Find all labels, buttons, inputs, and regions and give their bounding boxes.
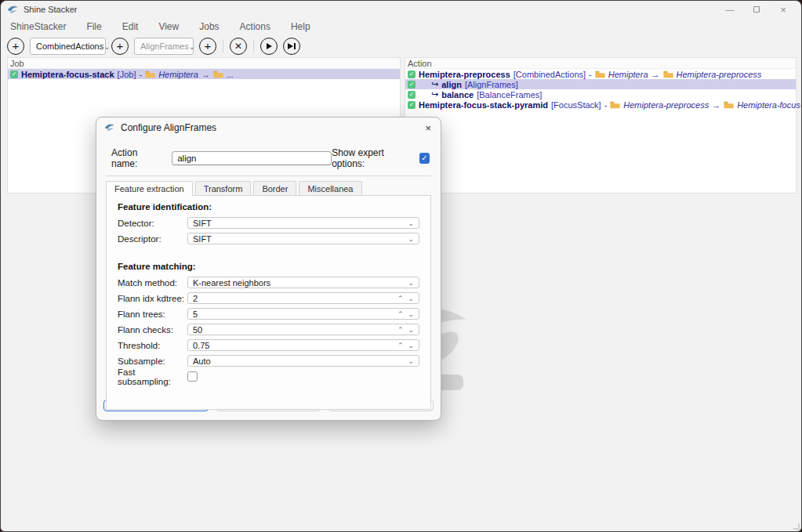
- chevron-up-icon[interactable]: ⌃: [397, 295, 404, 302]
- toolbar: + CombinedActions ⌄ + AlignFrames ⌄ + ✕: [1, 35, 801, 57]
- feature-extraction-panel: Feature identification: Detector: SIFT ⌄…: [106, 195, 431, 410]
- match-method-value: K-nearest neighbors: [193, 278, 270, 288]
- action-type: [CombinedActions]: [513, 70, 586, 79]
- flann-trees-label: Flann trees:: [118, 309, 187, 319]
- detector-select[interactable]: SIFT ⌄: [187, 217, 419, 229]
- action-type-select[interactable]: CombinedActions ⌄: [30, 38, 106, 55]
- descriptor-row: Descriptor: SIFT ⌄: [118, 233, 419, 244]
- checkbox-checked-icon[interactable]: ✓: [408, 81, 416, 89]
- dash: -: [589, 70, 592, 79]
- flann-trees-row: Flann trees: 5 ⌃ ⌄: [118, 308, 419, 320]
- folder-icon: [724, 100, 734, 109]
- menu-file[interactable]: File: [86, 21, 101, 32]
- chevron-down-icon: ⌄: [408, 357, 414, 365]
- checkbox-checked-icon[interactable]: ✓: [408, 71, 416, 78]
- chevron-down-icon[interactable]: ⌄: [408, 310, 414, 318]
- chevron-down-icon: ⌄: [103, 42, 110, 51]
- chevron-up-icon[interactable]: ⌃: [397, 342, 404, 349]
- dialog-close-icon[interactable]: ×: [425, 122, 431, 134]
- chevron-down-icon: ⌄: [408, 235, 414, 243]
- action-row-pyramid[interactable]: ✓ Hemiptera-focus-stack-pyramid [FocusSt…: [405, 100, 796, 110]
- flann-trees-spinner[interactable]: 5 ⌃ ⌄: [187, 308, 419, 320]
- chevron-up-icon[interactable]: ⌃: [397, 310, 404, 318]
- action-row-preprocess[interactable]: ✓ Hemiptera-preprocess [CombinedActions]…: [405, 69, 796, 79]
- action-name: Hemiptera-focus-stack-pyramid: [419, 100, 548, 110]
- flann-checks-label: Flann checks:: [118, 325, 187, 335]
- checkbox-checked-icon[interactable]: ✓: [408, 101, 416, 109]
- descriptor-label: Descriptor:: [118, 234, 187, 244]
- flann-checks-row: Flann checks: 50 ⌃ ⌄: [118, 324, 419, 335]
- chevron-down-icon[interactable]: ⌄: [408, 342, 414, 349]
- chevron-down-icon[interactable]: ⌄: [408, 326, 414, 334]
- action-type: [AlignFrames]: [465, 80, 518, 89]
- subsample-select[interactable]: Auto ⌄: [187, 355, 419, 367]
- add-action-button[interactable]: +: [111, 38, 129, 55]
- action-panel-header: Action: [405, 58, 796, 69]
- folder-icon: [213, 70, 223, 78]
- fast-subsampling-label: Fast subsampling:: [118, 367, 187, 386]
- expert-options-checkbox[interactable]: ✓: [419, 153, 430, 164]
- action-name: Hemiptera-preprocess: [419, 70, 510, 79]
- arrow-icon: →: [712, 100, 720, 110]
- tab-border[interactable]: Border: [253, 181, 296, 195]
- run-button[interactable]: [260, 38, 278, 55]
- folder-icon: [610, 100, 620, 109]
- threshold-spinner[interactable]: 0.75 ⌃ ⌄: [187, 339, 419, 351]
- cancel-icon: ✕: [234, 42, 242, 51]
- plus-icon: +: [13, 40, 20, 52]
- match-method-label: Match method:: [118, 278, 187, 288]
- checkbox-checked-icon[interactable]: ✓: [408, 91, 416, 99]
- expert-options-wrap: Show expert options: ✓: [332, 147, 430, 169]
- window-controls: — ×: [717, 1, 801, 18]
- fast-subsampling-row: Fast subsampling:: [118, 371, 419, 382]
- delete-button[interactable]: ✕: [230, 38, 247, 55]
- action-type-select-value: CombinedActions: [36, 42, 103, 51]
- detector-label: Detector:: [118, 219, 187, 228]
- sub-action-type-select[interactable]: AlignFrames ⌄: [134, 38, 194, 55]
- menu-view[interactable]: View: [158, 21, 179, 32]
- action-row-balance[interactable]: ✓ ↪ balance [BalanceFrames]: [405, 89, 796, 100]
- flann-checks-value: 50: [193, 325, 202, 335]
- action-type: [BalanceFrames]: [477, 90, 542, 100]
- action-name-label: Action name:: [111, 147, 163, 169]
- close-button[interactable]: ×: [770, 1, 797, 18]
- action-row-align[interactable]: ✓ ↪ align [AlignFrames]: [405, 79, 796, 89]
- menu-actions[interactable]: Actions: [240, 21, 270, 32]
- chevron-down-icon: ⌄: [408, 219, 414, 227]
- run-all-button[interactable]: [283, 38, 300, 55]
- fast-subsampling-checkbox[interactable]: [187, 371, 198, 382]
- tab-miscellanea[interactable]: Miscellanea: [299, 181, 361, 195]
- job-name: Hemiptera-focus-stack: [21, 70, 114, 79]
- dest-folder: Hemiptera-preprocess: [677, 70, 762, 79]
- add-sub-action-button[interactable]: +: [199, 38, 216, 55]
- tab-feature-extraction[interactable]: Feature extraction: [106, 181, 193, 196]
- configure-alignframes-dialog: Configure AlignFrames × Action name: Sho…: [96, 117, 441, 421]
- job-row[interactable]: ✓ Hemiptera-focus-stack [Job] - Hemipter…: [8, 69, 400, 79]
- menu-edit[interactable]: Edit: [122, 21, 139, 32]
- play-icon: [267, 43, 272, 49]
- action-panel: Action ✓ Hemiptera-preprocess [CombinedA…: [405, 57, 797, 194]
- flann-checks-spinner[interactable]: 50 ⌃ ⌄: [187, 324, 419, 335]
- checkbox-checked-icon[interactable]: ✓: [10, 71, 18, 78]
- app-window: Shine Stacker — × ShineStacker File Edit…: [0, 0, 802, 532]
- sub-action-arrow-icon: ↪: [431, 79, 438, 89]
- chevron-up-icon[interactable]: ⌃: [397, 326, 404, 334]
- add-job-button[interactable]: +: [7, 38, 24, 55]
- match-method-select[interactable]: K-nearest neighbors ⌄: [187, 277, 419, 288]
- minimize-button[interactable]: —: [717, 1, 743, 18]
- menu-jobs[interactable]: Jobs: [199, 21, 219, 32]
- tab-transform[interactable]: Transform: [195, 181, 252, 195]
- maximize-button[interactable]: [743, 1, 770, 18]
- arrow-icon: →: [651, 70, 660, 79]
- resize-grip[interactable]: [793, 523, 800, 530]
- action-name-input[interactable]: [172, 151, 332, 165]
- source-folder: Hemiptera: [608, 70, 648, 79]
- menu-help[interactable]: Help: [291, 21, 310, 32]
- dest-folder: Hemiptera-focus-stack-pyramid: [737, 100, 802, 110]
- descriptor-select[interactable]: SIFT ⌄: [187, 233, 419, 244]
- menu-shinestacker[interactable]: ShineStacker: [10, 21, 66, 32]
- dialog-title: Configure AlignFrames: [121, 122, 216, 133]
- flann-idx-kdtree-spinner[interactable]: 2 ⌃ ⌄: [187, 292, 419, 304]
- chevron-down-icon[interactable]: ⌄: [408, 295, 414, 302]
- skip-forward-icon: [288, 43, 293, 49]
